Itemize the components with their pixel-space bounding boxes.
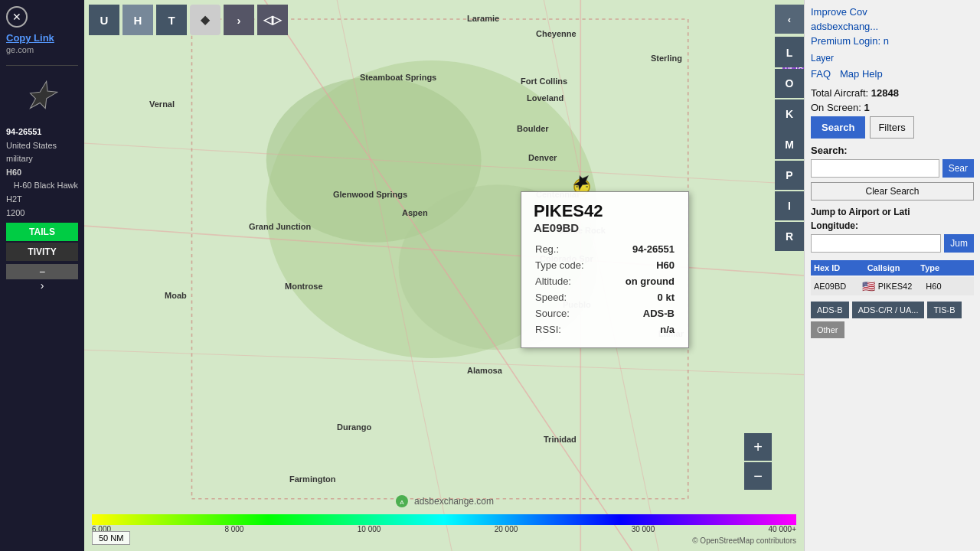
- attribution-text: © OpenStreetMap contributors: [692, 536, 796, 545]
- map-area[interactable]: LaramieCheyenneSterlingSteamboat Springs…: [84, 0, 804, 551]
- letter-btn-m[interactable]: M: [775, 130, 804, 159]
- source-buttons: ADS-BADS-C/R / UA...TIS-BOther: [811, 302, 974, 338]
- attribution: © OpenStreetMap contributors: [692, 536, 796, 545]
- layer-link[interactable]: Layer: [811, 53, 974, 64]
- aircraft-icon: [19, 73, 65, 119]
- total-aircraft-row: Total Aircraft: 12848: [811, 87, 974, 99]
- color-bar: 6 0008 00010 00020 00030 00040 000+: [84, 514, 804, 528]
- flag-icon: 🇺🇸: [862, 280, 875, 292]
- toolbar-btn-layers[interactable]: ◆: [190, 5, 220, 35]
- activity-button[interactable]: TIVITY: [6, 243, 78, 261]
- hex-cell: AE09BD: [814, 282, 859, 291]
- popup-table: Reg.: 94-26551 Type code: H60 Altitude: …: [534, 240, 676, 338]
- source-btn-other[interactable]: Other: [811, 321, 844, 338]
- toolbar-btn-next[interactable]: ›: [224, 5, 254, 35]
- domain-text: ge.com: [6, 45, 78, 54]
- type-label: Type code:: [535, 258, 609, 272]
- source-btn-tis-b[interactable]: TIS-B: [927, 302, 961, 318]
- search-go-button[interactable]: Sear: [942, 159, 974, 178]
- filters-button[interactable]: Filters: [870, 116, 913, 139]
- letter-btn-k[interactable]: K: [775, 99, 804, 129]
- details-button[interactable]: TAILS: [6, 223, 78, 241]
- category: military: [6, 152, 78, 166]
- type-value: H60: [611, 258, 675, 272]
- reg-label: Reg.:: [535, 242, 609, 256]
- faq-link[interactable]: FAQ: [811, 68, 831, 80]
- table-rows-container: AE09BD🇺🇸PIKES42H60: [811, 277, 974, 295]
- watermark: A adsbexchange.com: [394, 494, 494, 509]
- right-panel: Improve Cov adsbexchang... Premium Login…: [804, 0, 980, 551]
- table-header-hex-id: Hex ID: [814, 263, 864, 272]
- letter-btn-l[interactable]: L: [775, 38, 804, 67]
- table-row[interactable]: AE09BD🇺🇸PIKES42H60: [811, 277, 974, 295]
- source-label: Source:: [535, 306, 609, 321]
- table-header: Hex IDCallsignType: [811, 260, 974, 276]
- adsbexchange-link[interactable]: adsbexchang...: [811, 21, 974, 32]
- watermark-text: adsbexchange.com: [414, 496, 494, 507]
- search-filter-row: Search Filters: [811, 116, 974, 139]
- toolbar-btn-t[interactable]: T: [156, 5, 187, 35]
- color-label: 20 000: [495, 525, 518, 533]
- alt-value: on ground: [611, 274, 675, 289]
- color-label: 40 000+: [769, 525, 796, 533]
- country: United States: [6, 139, 78, 153]
- map-background: [84, 0, 804, 551]
- letter-buttons: LOKMPIR: [775, 38, 804, 251]
- improve-cov-link[interactable]: Improve Cov: [811, 6, 974, 18]
- top-toolbar: U H T ◆ › ◁▷: [89, 5, 288, 35]
- letter-btn-o[interactable]: O: [775, 69, 804, 98]
- search-input[interactable]: [811, 159, 939, 178]
- table-header-type: Type: [920, 263, 971, 272]
- color-labels: 6 0008 00010 00020 00030 00040 000+: [92, 525, 796, 533]
- toolbar-btn-u[interactable]: U: [89, 5, 119, 35]
- jump-button[interactable]: Jum: [944, 234, 974, 253]
- source-value: ADS-B: [611, 306, 675, 321]
- toolbar-btn-split[interactable]: ◁▷: [257, 5, 288, 35]
- toolbar-btn-h[interactable]: H: [122, 5, 153, 35]
- jump-input[interactable]: [811, 234, 941, 253]
- jump-to-label: Jump to Airport or Lati: [811, 207, 974, 217]
- minimize-button[interactable]: −: [6, 264, 78, 279]
- type-cell: H60: [926, 282, 971, 291]
- total-aircraft-label: Total Aircraft:: [811, 87, 868, 99]
- zoom-out-button[interactable]: −: [744, 462, 772, 490]
- copy-link[interactable]: Copy Link: [6, 32, 78, 44]
- svg-marker-0: [23, 79, 60, 116]
- search-section-label: Search:: [811, 145, 974, 156]
- close-button[interactable]: ✕: [6, 6, 28, 28]
- table-header-callsign: Callsign: [867, 263, 918, 272]
- registration: 94-26551: [6, 126, 78, 139]
- reg-value: 94-26551: [611, 242, 675, 256]
- letter-btn-p[interactable]: P: [775, 161, 804, 190]
- type-code: H60: [6, 166, 78, 180]
- speed-label: Speed:: [535, 290, 609, 305]
- type-name: H-60 Black Hawk: [6, 179, 78, 193]
- map-help-link[interactable]: Map Help: [840, 68, 883, 80]
- arrow-button[interactable]: ›: [6, 279, 78, 292]
- squawk: 1200: [6, 207, 78, 220]
- aircraft-popup: PIKES42 AE09BD Reg.: 94-26551 Type code:…: [521, 191, 689, 348]
- color-label: 8 000: [224, 525, 243, 533]
- popup-hexid: AE09BD: [534, 221, 676, 234]
- letter-btn-i[interactable]: I: [775, 191, 804, 220]
- source-btn-ads-b[interactable]: ADS-B: [811, 302, 849, 318]
- left-info: 94-26551 United States military H60 H-60…: [6, 126, 78, 220]
- letter-btn-r[interactable]: R: [775, 222, 804, 251]
- clear-search-button[interactable]: Clear Search: [811, 182, 974, 201]
- source-btn-ads-c-r---ua---[interactable]: ADS-C/R / UA...: [852, 302, 925, 318]
- on-screen-row: On Screen: 1: [811, 102, 974, 113]
- faq-row: FAQ Map Help: [811, 68, 974, 80]
- color-gradient: [92, 514, 796, 525]
- callsign-cell: PIKES42: [878, 282, 923, 291]
- transponder: H2T: [6, 193, 78, 207]
- popup-callsign: PIKES42: [534, 201, 676, 221]
- longitude-label: Longitude:: [811, 220, 974, 231]
- total-aircraft-value: 12848: [871, 87, 899, 99]
- jump-row: Jum: [811, 234, 974, 253]
- on-screen-value: 1: [864, 102, 869, 113]
- back-button[interactable]: ‹: [775, 5, 804, 34]
- scale-indicator: 50 NM: [92, 531, 130, 545]
- search-main-button[interactable]: Search: [811, 116, 865, 139]
- zoom-in-button[interactable]: +: [744, 433, 772, 461]
- premium-login[interactable]: Premium Login: n: [811, 35, 974, 47]
